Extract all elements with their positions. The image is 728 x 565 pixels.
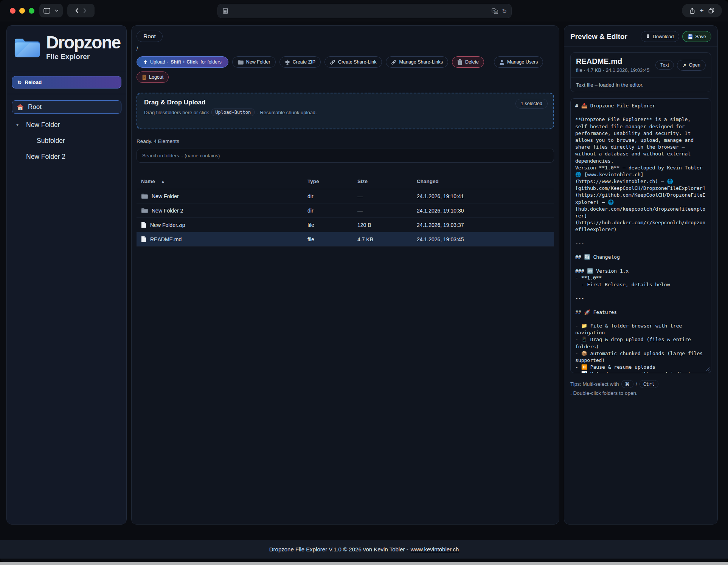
screen: aA ↻ + <box>0 0 728 565</box>
tree-item-label: New Folder <box>26 121 60 129</box>
preview-editor-panel: Preview & Editor Download Save <box>564 25 718 525</box>
forward-button[interactable] <box>83 8 87 13</box>
file-browser-panel: Root / Upload · Shift + Click for folder… <box>131 25 559 525</box>
delete-button[interactable]: Delete <box>452 56 484 68</box>
tree-item-subfolder[interactable]: Subfolder <box>12 133 121 149</box>
tree-item-new-folder-2[interactable]: New Folder 2 <box>12 149 121 165</box>
nav-buttons <box>67 4 95 17</box>
divider <box>564 47 717 47</box>
open-arrow-icon: ↗ <box>682 62 686 68</box>
file-changed: 24.1.2026, 19:03:37 <box>417 222 554 228</box>
dropzone-title: Drag & Drop Upload <box>144 99 546 106</box>
table-row[interactable]: New Folder 2 dir — 24.1.2026, 19:10:30 <box>137 203 554 218</box>
dropzone-desc-prefix: Drag files/folders here or click <box>144 110 209 115</box>
sidebar: Dropzone File Explorer ↻ Reload Root ▾ <box>6 25 127 525</box>
file-type: dir <box>307 193 357 199</box>
delete-label: Delete <box>465 59 479 65</box>
current-path: / <box>137 46 554 52</box>
folder-icon <box>237 59 244 65</box>
column-header-size[interactable]: Size <box>357 179 417 184</box>
upload-suffix: for folders <box>200 59 222 65</box>
page-reload-icon[interactable]: ↻ <box>502 8 507 14</box>
link-icon <box>391 59 397 65</box>
app-logo: Dropzone File Explorer <box>13 34 120 61</box>
tree-item-label: Subfolder <box>37 137 65 145</box>
search-input[interactable] <box>137 149 554 163</box>
create-share-link-button[interactable]: Create Share-Link <box>324 56 382 68</box>
reload-icon: ↻ <box>17 79 22 85</box>
tips-suffix: . Double-click folders to open. <box>570 390 638 396</box>
table-header-row: Name ▲ Type Size Changed <box>137 174 554 189</box>
manage-users-label: Manage Users <box>507 59 538 65</box>
create-zip-button[interactable]: Create ZIP <box>279 56 321 68</box>
tree-item-label: New Folder 2 <box>26 153 65 161</box>
preview-header: Preview & Editor Download Save <box>564 26 717 47</box>
create-zip-label: Create ZIP <box>293 59 315 65</box>
download-button[interactable]: Download <box>641 31 679 42</box>
translate-icon[interactable]: aA <box>492 8 498 14</box>
column-header-changed[interactable]: Changed <box>417 179 554 184</box>
tree-item-root[interactable]: Root <box>12 100 121 114</box>
reader-icon[interactable] <box>222 8 228 14</box>
preview-file-name: README.md <box>576 57 655 66</box>
sort-ascending-icon: ▲ <box>161 179 165 183</box>
logout-button[interactable]: Logout <box>137 71 169 83</box>
folder-icon <box>141 193 148 199</box>
file-type: dir <box>307 208 357 214</box>
cmd-key-chip: ⌘ <box>621 380 634 388</box>
manage-share-links-button[interactable]: Manage Share-Links <box>386 56 448 68</box>
minimize-window-button[interactable] <box>19 8 25 14</box>
svg-text:A: A <box>495 10 497 13</box>
table-row[interactable]: New Folder.zip file 120 B 24.1.2026, 19:… <box>137 218 554 232</box>
tips-prefix: Tips: Multi-select with <box>570 381 619 387</box>
breadcrumb[interactable]: Root <box>137 31 163 42</box>
editor-note: Text file – loaded in the editor. <box>571 78 711 92</box>
close-window-button[interactable] <box>10 8 16 14</box>
new-tab-button[interactable]: + <box>700 7 704 14</box>
dropzone-desc-suffix: . Resumable chunk upload. <box>257 110 317 115</box>
folder-tree: Root ▾ New Folder Subfolder New Folder 2 <box>12 100 121 165</box>
caret-down-icon[interactable]: ▾ <box>16 122 22 127</box>
column-header-type[interactable]: Type <box>307 179 357 184</box>
sidebar-toggle-button[interactable] <box>39 4 63 17</box>
share-icon[interactable] <box>689 8 695 14</box>
drag-drop-zone[interactable]: Drag & Drop Upload Drag files/folders he… <box>137 93 554 129</box>
sidebar-toggle-icon <box>43 8 50 14</box>
upload-button[interactable]: Upload · Shift + Click for folders <box>137 56 228 68</box>
preview-title: Preview & Editor <box>570 33 641 41</box>
file-size: 120 B <box>357 222 417 228</box>
save-button[interactable]: Save <box>682 31 712 42</box>
save-label: Save <box>695 34 706 39</box>
file-table: Name ▲ Type Size Changed New Folder dir <box>137 174 554 247</box>
file-changed: 24.1.2026, 19:03:45 <box>417 236 554 242</box>
markdown-editor[interactable]: # 📥 Dropzone File Explorer **Dropzone Fi… <box>570 98 711 373</box>
footer-link[interactable]: www.kevintobler.ch <box>411 546 459 553</box>
selection-count-badge: 1 selected <box>515 99 548 109</box>
new-folder-button[interactable]: New Folder <box>232 56 276 68</box>
file-size: 4.7 KB <box>357 236 417 242</box>
upload-button-code-chip: Upload-Button <box>211 109 255 116</box>
tabs-overview-icon[interactable] <box>708 8 714 14</box>
new-folder-label: New Folder <box>246 59 270 65</box>
file-icon <box>141 236 146 242</box>
back-button[interactable] <box>75 8 79 13</box>
reload-button[interactable]: ↻ Reload <box>12 76 121 88</box>
column-header-name[interactable]: Name ▲ <box>137 179 307 184</box>
manage-users-button[interactable]: Manage Users <box>494 56 543 68</box>
footer-text: Dropzone File Explorer V.1.0 © 2026 von … <box>269 546 408 553</box>
tips-separator: / <box>636 381 637 387</box>
table-row[interactable]: New Folder dir — 24.1.2026, 19:10:41 <box>137 189 554 203</box>
app-title: Dropzone <box>46 34 120 51</box>
reload-label: Reload <box>25 79 42 85</box>
address-bar[interactable]: aA ↻ <box>217 4 512 18</box>
file-changed: 24.1.2026, 19:10:41 <box>417 193 554 199</box>
zoom-window-button[interactable] <box>29 8 34 14</box>
window-actions: + <box>682 4 722 17</box>
download-label: Download <box>653 34 674 39</box>
trash-icon <box>457 59 463 65</box>
open-button[interactable]: ↗ Open <box>677 60 706 71</box>
file-name: README.md <box>150 236 182 242</box>
desktop-strip <box>0 562 728 565</box>
tree-item-new-folder[interactable]: ▾ New Folder <box>12 117 121 133</box>
table-row-selected[interactable]: README.md file 4.7 KB 24.1.2026, 19:03:4… <box>137 232 554 247</box>
